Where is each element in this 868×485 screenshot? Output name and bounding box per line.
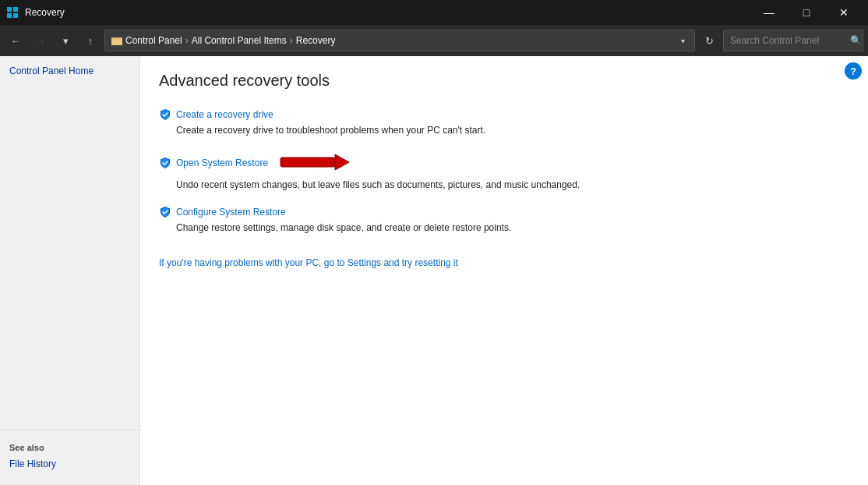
arrow-annotation: [279, 151, 349, 175]
minimize-button[interactable]: —: [751, 0, 787, 25]
path-dropdown-button[interactable]: ▾: [678, 37, 688, 45]
path-part-2: All Control Panel Items: [192, 35, 287, 46]
folder-icon: [111, 35, 122, 46]
maximize-button[interactable]: □: [789, 0, 824, 25]
file-history-link[interactable]: File History: [0, 455, 139, 473]
app-icon: [6, 6, 19, 19]
sidebar: Control Panel Home See also File History: [0, 56, 140, 485]
path-part-1: Control Panel: [125, 35, 182, 46]
sidebar-bottom: See also File History: [0, 430, 139, 479]
window-title: Recovery: [25, 7, 751, 18]
arrow-svg: [279, 151, 349, 173]
open-system-restore-link[interactable]: Open System Restore: [176, 158, 268, 168]
page-title: Advanced recovery tools: [159, 72, 849, 90]
help-button[interactable]: ?: [845, 62, 862, 80]
search-input[interactable]: [730, 35, 847, 46]
content-panel: ? Advanced recovery tools Create a recov…: [140, 56, 868, 485]
up-button[interactable]: ↑: [79, 30, 101, 51]
window-controls: — □ ✕: [751, 0, 862, 25]
tool-item-configure-system-restore: Configure System Restore Change restore …: [159, 206, 849, 235]
svg-rect-6: [281, 158, 335, 167]
svg-rect-5: [111, 39, 122, 45]
address-path[interactable]: Control Panel › All Control Panel Items …: [104, 30, 695, 51]
tool-item-create-recovery: Create a recovery drive Create a recover…: [159, 108, 849, 137]
svg-rect-0: [7, 7, 12, 12]
svg-marker-7: [335, 154, 349, 170]
settings-reset-link[interactable]: If you're having problems with your PC, …: [159, 257, 458, 268]
shield-icon-3: [159, 206, 171, 218]
dropdown-recent-button[interactable]: ▾: [55, 30, 76, 51]
close-button[interactable]: ✕: [826, 0, 862, 25]
shield-icon-2: [159, 157, 171, 169]
open-system-restore-desc: Undo recent system changes, but leave fi…: [176, 179, 849, 192]
tool-item-open-system-restore: Open System Restore Undo recent system c…: [159, 151, 849, 192]
forward-button[interactable]: →: [30, 30, 51, 51]
tools-section: Create a recovery drive Create a recover…: [159, 108, 849, 234]
control-panel-home-link[interactable]: Control Panel Home: [0, 62, 139, 80]
create-recovery-link[interactable]: Create a recovery drive: [176, 109, 273, 120]
see-also-label: See also: [0, 437, 139, 455]
title-bar: Recovery — □ ✕: [0, 0, 868, 25]
svg-rect-2: [7, 13, 12, 18]
configure-system-restore-link[interactable]: Configure System Restore: [176, 207, 286, 218]
refresh-button[interactable]: ↻: [698, 30, 720, 51]
create-recovery-desc: Create a recovery drive to troubleshoot …: [176, 124, 849, 137]
address-bar: ← → ▾ ↑ Control Panel › All Control Pane…: [0, 25, 868, 56]
shield-icon-1: [159, 108, 171, 121]
svg-rect-3: [13, 13, 18, 18]
main-content: Control Panel Home See also File History…: [0, 56, 868, 485]
path-part-3: Recovery: [296, 35, 336, 46]
back-button[interactable]: ←: [5, 30, 26, 51]
configure-system-restore-desc: Change restore settings, manage disk spa…: [176, 221, 849, 235]
search-box: 🔍: [723, 30, 863, 51]
svg-rect-1: [13, 7, 18, 12]
search-icon: 🔍: [850, 35, 862, 46]
